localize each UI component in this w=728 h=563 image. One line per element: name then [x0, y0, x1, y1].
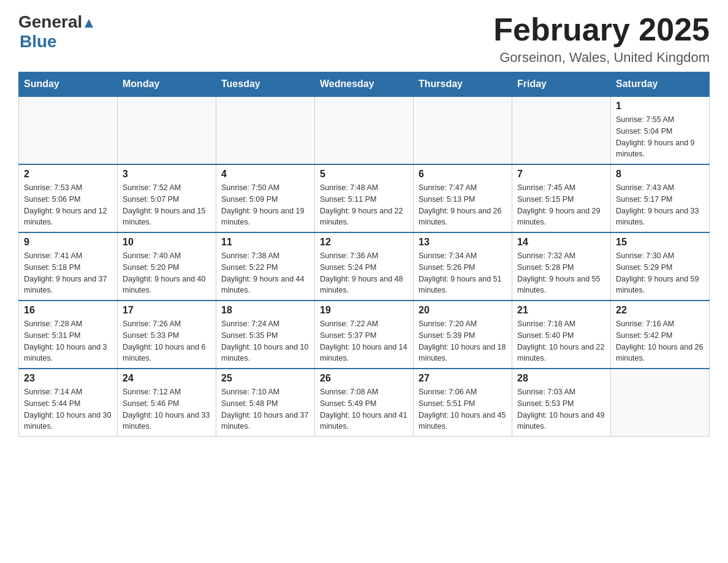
day-info: Sunrise: 7:48 AM Sunset: 5:11 PM Dayligh… — [320, 182, 408, 228]
day-info: Sunrise: 7:36 AM Sunset: 5:24 PM Dayligh… — [320, 250, 408, 296]
logo-general: General — [18, 12, 96, 32]
calendar-week-2: 2Sunrise: 7:53 AM Sunset: 5:06 PM Daylig… — [19, 164, 710, 232]
calendar-week-4: 16Sunrise: 7:28 AM Sunset: 5:31 PM Dayli… — [19, 301, 710, 369]
header-row: SundayMondayTuesdayWednesdayThursdayFrid… — [19, 72, 710, 97]
calendar-week-1: 1Sunrise: 7:55 AM Sunset: 5:04 PM Daylig… — [19, 96, 710, 164]
header-thursday: Thursday — [414, 72, 512, 97]
calendar-cell: 15Sunrise: 7:30 AM Sunset: 5:29 PM Dayli… — [611, 232, 710, 301]
calendar-cell: 5Sunrise: 7:48 AM Sunset: 5:11 PM Daylig… — [315, 164, 414, 232]
day-number: 13 — [419, 237, 507, 248]
calendar-cell: 24Sunrise: 7:12 AM Sunset: 5:46 PM Dayli… — [118, 369, 216, 437]
calendar-cell: 27Sunrise: 7:06 AM Sunset: 5:51 PM Dayli… — [414, 369, 512, 437]
day-number: 19 — [320, 305, 408, 316]
day-info: Sunrise: 7:22 AM Sunset: 5:37 PM Dayligh… — [320, 318, 408, 364]
day-number: 11 — [221, 237, 309, 248]
day-number: 21 — [517, 305, 605, 316]
day-number: 5 — [320, 169, 408, 180]
day-number: 23 — [24, 373, 112, 384]
calendar-table: SundayMondayTuesdayWednesdayThursdayFrid… — [18, 72, 710, 437]
calendar-cell — [216, 96, 315, 164]
day-number: 16 — [24, 305, 112, 316]
day-number: 24 — [123, 373, 211, 384]
day-info: Sunrise: 7:45 AM Sunset: 5:15 PM Dayligh… — [517, 182, 605, 228]
day-number: 2 — [24, 169, 112, 180]
logo-triangle-icon — [82, 17, 96, 30]
day-info: Sunrise: 7:14 AM Sunset: 5:44 PM Dayligh… — [24, 386, 112, 432]
calendar-body: 1Sunrise: 7:55 AM Sunset: 5:04 PM Daylig… — [19, 96, 710, 437]
header-wednesday: Wednesday — [315, 72, 414, 97]
day-info: Sunrise: 7:55 AM Sunset: 5:04 PM Dayligh… — [616, 114, 704, 160]
day-number: 28 — [517, 373, 605, 384]
day-info: Sunrise: 7:47 AM Sunset: 5:13 PM Dayligh… — [419, 182, 507, 228]
calendar-cell — [512, 96, 611, 164]
day-number: 18 — [221, 305, 309, 316]
day-info: Sunrise: 7:16 AM Sunset: 5:42 PM Dayligh… — [616, 318, 704, 364]
day-number: 7 — [517, 169, 605, 180]
day-number: 20 — [419, 305, 507, 316]
calendar-header: SundayMondayTuesdayWednesdayThursdayFrid… — [19, 72, 710, 97]
day-info: Sunrise: 7:06 AM Sunset: 5:51 PM Dayligh… — [419, 386, 507, 432]
day-number: 25 — [221, 373, 309, 384]
day-info: Sunrise: 7:12 AM Sunset: 5:46 PM Dayligh… — [123, 386, 211, 432]
day-info: Sunrise: 7:52 AM Sunset: 5:07 PM Dayligh… — [123, 182, 211, 228]
logo-blue: Blue — [20, 32, 57, 51]
day-number: 12 — [320, 237, 408, 248]
day-info: Sunrise: 7:18 AM Sunset: 5:40 PM Dayligh… — [517, 318, 605, 364]
calendar-cell: 21Sunrise: 7:18 AM Sunset: 5:40 PM Dayli… — [512, 301, 611, 369]
calendar-subtitle: Gorseinon, Wales, United Kingdom — [493, 50, 710, 66]
calendar-cell: 9Sunrise: 7:41 AM Sunset: 5:18 PM Daylig… — [19, 232, 118, 301]
calendar-cell: 8Sunrise: 7:43 AM Sunset: 5:17 PM Daylig… — [611, 164, 710, 232]
calendar-cell — [315, 96, 414, 164]
calendar-cell: 13Sunrise: 7:34 AM Sunset: 5:26 PM Dayli… — [414, 232, 512, 301]
calendar-cell — [414, 96, 512, 164]
day-info: Sunrise: 7:34 AM Sunset: 5:26 PM Dayligh… — [419, 250, 507, 296]
day-info: Sunrise: 7:53 AM Sunset: 5:06 PM Dayligh… — [24, 182, 112, 228]
day-info: Sunrise: 7:50 AM Sunset: 5:09 PM Dayligh… — [221, 182, 309, 228]
page-header: General Blue February 2025 Gorseinon, Wa… — [18, 12, 710, 66]
day-number: 4 — [221, 169, 309, 180]
calendar-cell: 18Sunrise: 7:24 AM Sunset: 5:35 PM Dayli… — [216, 301, 315, 369]
calendar-cell: 22Sunrise: 7:16 AM Sunset: 5:42 PM Dayli… — [611, 301, 710, 369]
day-number: 14 — [517, 237, 605, 248]
day-info: Sunrise: 7:26 AM Sunset: 5:33 PM Dayligh… — [123, 318, 211, 364]
day-number: 10 — [123, 237, 211, 248]
title-area: February 2025 Gorseinon, Wales, United K… — [493, 12, 710, 66]
day-info: Sunrise: 7:03 AM Sunset: 5:53 PM Dayligh… — [517, 386, 605, 432]
calendar-cell: 17Sunrise: 7:26 AM Sunset: 5:33 PM Dayli… — [118, 301, 216, 369]
day-info: Sunrise: 7:41 AM Sunset: 5:18 PM Dayligh… — [24, 250, 112, 296]
calendar-cell — [118, 96, 216, 164]
day-info: Sunrise: 7:40 AM Sunset: 5:20 PM Dayligh… — [123, 250, 211, 296]
calendar-cell: 12Sunrise: 7:36 AM Sunset: 5:24 PM Dayli… — [315, 232, 414, 301]
calendar-cell: 14Sunrise: 7:32 AM Sunset: 5:28 PM Dayli… — [512, 232, 611, 301]
day-info: Sunrise: 7:24 AM Sunset: 5:35 PM Dayligh… — [221, 318, 309, 364]
calendar-cell: 11Sunrise: 7:38 AM Sunset: 5:22 PM Dayli… — [216, 232, 315, 301]
calendar-cell: 2Sunrise: 7:53 AM Sunset: 5:06 PM Daylig… — [19, 164, 118, 232]
logo: General Blue — [18, 12, 96, 52]
day-number: 17 — [123, 305, 211, 316]
calendar-cell: 4Sunrise: 7:50 AM Sunset: 5:09 PM Daylig… — [216, 164, 315, 232]
day-number: 8 — [616, 169, 704, 180]
header-monday: Monday — [118, 72, 216, 97]
calendar-cell: 23Sunrise: 7:14 AM Sunset: 5:44 PM Dayli… — [19, 369, 118, 437]
day-info: Sunrise: 7:10 AM Sunset: 5:48 PM Dayligh… — [221, 386, 309, 432]
calendar-cell — [611, 369, 710, 437]
calendar-week-5: 23Sunrise: 7:14 AM Sunset: 5:44 PM Dayli… — [19, 369, 710, 437]
calendar-cell: 1Sunrise: 7:55 AM Sunset: 5:04 PM Daylig… — [611, 96, 710, 164]
calendar-cell: 28Sunrise: 7:03 AM Sunset: 5:53 PM Dayli… — [512, 369, 611, 437]
day-number: 27 — [419, 373, 507, 384]
calendar-cell: 25Sunrise: 7:10 AM Sunset: 5:48 PM Dayli… — [216, 369, 315, 437]
calendar-cell: 19Sunrise: 7:22 AM Sunset: 5:37 PM Dayli… — [315, 301, 414, 369]
calendar-cell: 16Sunrise: 7:28 AM Sunset: 5:31 PM Dayli… — [19, 301, 118, 369]
calendar-cell: 7Sunrise: 7:45 AM Sunset: 5:15 PM Daylig… — [512, 164, 611, 232]
day-info: Sunrise: 7:28 AM Sunset: 5:31 PM Dayligh… — [24, 318, 112, 364]
calendar-cell: 26Sunrise: 7:08 AM Sunset: 5:49 PM Dayli… — [315, 369, 414, 437]
day-number: 3 — [123, 169, 211, 180]
calendar-cell: 10Sunrise: 7:40 AM Sunset: 5:20 PM Dayli… — [118, 232, 216, 301]
day-info: Sunrise: 7:08 AM Sunset: 5:49 PM Dayligh… — [320, 386, 408, 432]
day-info: Sunrise: 7:43 AM Sunset: 5:17 PM Dayligh… — [616, 182, 704, 228]
header-saturday: Saturday — [611, 72, 710, 97]
header-sunday: Sunday — [19, 72, 118, 97]
header-friday: Friday — [512, 72, 611, 97]
day-info: Sunrise: 7:38 AM Sunset: 5:22 PM Dayligh… — [221, 250, 309, 296]
calendar-week-3: 9Sunrise: 7:41 AM Sunset: 5:18 PM Daylig… — [19, 232, 710, 301]
